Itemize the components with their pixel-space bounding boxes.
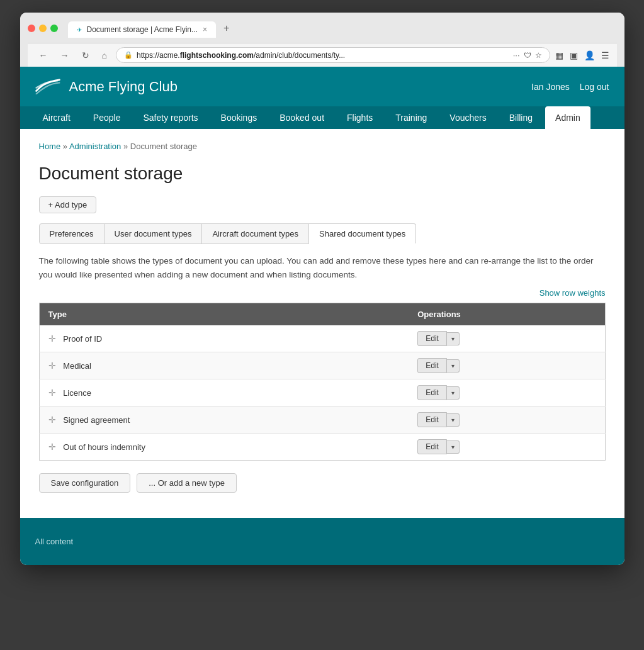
- reload-button[interactable]: ↻: [78, 49, 93, 62]
- nav-bar: Aircraft People Safety reports Bookings …: [20, 106, 624, 129]
- save-configuration-button[interactable]: Save configuration: [39, 473, 131, 493]
- edit-dropdown-2[interactable]: ▾: [447, 386, 460, 400]
- edit-dropdown-1[interactable]: ▾: [447, 359, 460, 373]
- nav-tab-admin[interactable]: Admin: [545, 106, 590, 129]
- subtab-user-doc-types[interactable]: User document types: [104, 223, 203, 244]
- back-button[interactable]: ←: [35, 49, 52, 62]
- sidebar-icon[interactable]: ▣: [570, 50, 578, 60]
- logout-button[interactable]: Log out: [580, 82, 609, 92]
- edit-dropdown-4[interactable]: ▾: [447, 440, 460, 454]
- nav-tab-vouchers[interactable]: Vouchers: [439, 106, 496, 129]
- row-type-label: Medical: [63, 361, 91, 371]
- row-type-label: Out of hours indemnity: [63, 442, 145, 452]
- breadcrumb-current: Document storage: [130, 142, 197, 151]
- breadcrumb-administration[interactable]: Administration: [69, 142, 121, 151]
- nav-tab-training[interactable]: Training: [385, 106, 437, 129]
- nav-tab-flights[interactable]: Flights: [337, 106, 383, 129]
- document-types-table: Type Operations ✛ Proof of ID Edit ▾: [39, 303, 606, 461]
- edit-button-2[interactable]: Edit: [417, 385, 447, 400]
- active-tab[interactable]: ✈ Document storage | Acme Flyin... ×: [68, 21, 217, 38]
- edit-button-1[interactable]: Edit: [417, 358, 447, 373]
- browser-controls: ✈ Document storage | Acme Flyin... × +: [28, 19, 617, 38]
- edit-button-group: Edit ▾: [417, 331, 460, 346]
- address-bar[interactable]: 🔒 https://acme.flightschooking.com/admin…: [116, 47, 550, 63]
- url-display: https://acme.flightschooking.com/admin/c…: [137, 51, 509, 60]
- table-cell-type: ✛ Proof of ID: [39, 325, 409, 352]
- footer-all-content-link[interactable]: All content: [35, 537, 74, 546]
- sub-tabs: Preferences User document types Aircraft…: [39, 223, 606, 244]
- new-tab-button[interactable]: +: [217, 19, 235, 38]
- drag-handle-icon[interactable]: ✛: [48, 388, 56, 398]
- table-row: ✛ Proof of ID Edit ▾: [39, 325, 605, 352]
- bookmark-shield-icon: 🛡: [524, 51, 531, 60]
- show-weights-area: Show row weights: [39, 288, 606, 298]
- browser-addressbar: ← → ↻ ⌂ 🔒 https://acme.flightschooking.c…: [28, 43, 617, 67]
- add-type-button[interactable]: + Add type: [39, 196, 97, 213]
- browser-tabs: ✈ Document storage | Acme Flyin... × +: [68, 19, 236, 38]
- drag-handle-icon[interactable]: ✛: [48, 415, 56, 425]
- table-cell-operations: Edit ▾: [409, 352, 605, 379]
- edit-button-3[interactable]: Edit: [417, 412, 447, 427]
- app-header: Acme Flying Club Ian Jones Log out: [20, 67, 624, 106]
- table-cell-operations: Edit ▾: [409, 325, 605, 352]
- tab-close-button[interactable]: ×: [203, 25, 207, 34]
- minimize-dot[interactable]: [39, 25, 47, 32]
- nav-tab-safety-reports[interactable]: Safety reports: [133, 106, 208, 129]
- breadcrumb: Home » Administration » Document storage: [39, 142, 606, 151]
- table-row: ✛ Out of hours indemnity Edit ▾: [39, 434, 605, 461]
- table-cell-type: ✛ Signed agreement: [39, 406, 409, 434]
- menu-icon[interactable]: ☰: [601, 50, 609, 60]
- nav-tab-bookings[interactable]: Bookings: [211, 106, 268, 129]
- nav-tab-billing[interactable]: Billing: [499, 106, 543, 129]
- table-cell-type: ✛ Out of hours indemnity: [39, 434, 409, 461]
- edit-button-group: Edit ▾: [417, 439, 460, 454]
- edit-dropdown-3[interactable]: ▾: [447, 413, 460, 427]
- edit-button-group: Edit ▾: [417, 358, 460, 373]
- tab-title: Document storage | Acme Flyin...: [87, 25, 198, 34]
- tab-description: The following table shows the types of d…: [39, 254, 606, 281]
- security-icon: 🔒: [124, 51, 133, 59]
- edit-button-group: Edit ▾: [417, 385, 460, 400]
- close-dot[interactable]: [28, 25, 35, 32]
- forward-button[interactable]: →: [57, 49, 73, 62]
- col-header-operations: Operations: [409, 303, 605, 326]
- edit-dropdown-0[interactable]: ▾: [447, 332, 460, 345]
- add-new-type-button[interactable]: ... Or add a new type: [137, 473, 237, 493]
- table-cell-operations: Edit ▾: [409, 434, 605, 461]
- edit-button-0[interactable]: Edit: [417, 331, 447, 346]
- tab-favicon-icon: ✈: [77, 26, 82, 33]
- address-actions: ···: [513, 50, 520, 60]
- app-footer: All content: [20, 518, 624, 565]
- subtab-shared-doc-types[interactable]: Shared document types: [308, 223, 416, 244]
- maximize-dot[interactable]: [50, 25, 58, 32]
- subtab-aircraft-doc-types[interactable]: Aircraft document types: [201, 223, 309, 244]
- subtab-preferences[interactable]: Preferences: [39, 223, 105, 244]
- nav-tab-booked-out[interactable]: Booked out: [269, 106, 334, 129]
- table-cell-type: ✛ Licence: [39, 379, 409, 406]
- page-content: Home » Administration » Document storage…: [20, 129, 624, 518]
- nav-tab-people[interactable]: People: [83, 106, 131, 129]
- library-icon[interactable]: ▦: [555, 50, 563, 60]
- show-weights-link[interactable]: Show row weights: [539, 288, 606, 298]
- table-row: ✛ Medical Edit ▾: [39, 352, 605, 379]
- row-type-label: Proof of ID: [63, 334, 102, 344]
- edit-button-group: Edit ▾: [417, 412, 460, 427]
- account-icon[interactable]: 👤: [584, 50, 595, 60]
- nav-tab-aircraft[interactable]: Aircraft: [33, 106, 81, 129]
- table-cell-operations: Edit ▾: [409, 406, 605, 434]
- username-label: Ian Jones: [531, 82, 570, 92]
- drag-handle-icon[interactable]: ✛: [48, 333, 56, 344]
- table-row: ✛ Licence Edit ▾: [39, 379, 605, 406]
- home-button[interactable]: ⌂: [98, 49, 111, 62]
- row-type-label: Licence: [63, 388, 91, 398]
- edit-button-4[interactable]: Edit: [417, 439, 447, 454]
- app-logo: Acme Flying Club: [35, 77, 178, 96]
- drag-handle-icon[interactable]: ✛: [48, 361, 56, 371]
- table-cell-operations: Edit ▾: [409, 379, 605, 406]
- drag-handle-icon[interactable]: ✛: [48, 442, 56, 452]
- bottom-actions: Save configuration ... Or add a new type: [39, 473, 606, 493]
- browser-titlebar: ✈ Document storage | Acme Flyin... × + ←…: [20, 13, 624, 67]
- breadcrumb-home[interactable]: Home: [39, 142, 61, 151]
- app-title: Acme Flying Club: [69, 79, 178, 95]
- row-type-label: Signed agreement: [63, 415, 130, 425]
